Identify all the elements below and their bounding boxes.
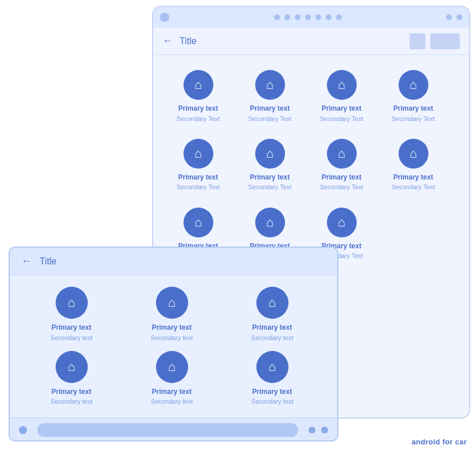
home-icon: ⌂	[68, 296, 75, 309]
bottom-dot-right-2	[321, 427, 328, 434]
status-dot-large	[160, 13, 169, 22]
bottom-dot-left	[19, 426, 27, 434]
home-icon: ⌂	[338, 79, 345, 91]
tablet-frame: ← Title ⌂ Primary text Secondary text ⌂ …	[9, 247, 338, 442]
home-icon: ⌂	[168, 361, 175, 373]
home-icon: ⌂	[268, 296, 276, 309]
home-icon-circle: ⌂	[327, 139, 357, 169]
item-secondary: Secondary Text	[177, 115, 220, 123]
phone-toolbar-button[interactable]	[430, 33, 460, 49]
home-icon: ⌂	[268, 361, 276, 373]
phone-grid-item-2-4[interactable]: ⌂ Primary text Secondary Text	[377, 133, 449, 197]
item-primary: Primary text	[178, 173, 218, 182]
status-dot-6	[326, 14, 331, 20]
tablet-title: Title	[40, 256, 57, 267]
tablet-back-arrow[interactable]: ←	[21, 255, 32, 267]
tablet-grid-row-1: ⌂ Primary text Secondary text ⌂ Primary …	[21, 282, 326, 346]
bottom-pill	[37, 423, 298, 437]
home-icon-circle: ⌂	[184, 139, 213, 169]
item-secondary: Secondary Text	[392, 183, 435, 191]
item-secondary: Secondary text	[151, 397, 193, 405]
status-dot-4	[305, 14, 311, 20]
status-dot-r1	[446, 14, 452, 20]
item-primary: Primary text	[252, 388, 292, 397]
bottom-dot-right-1	[309, 427, 315, 434]
status-dot-3	[295, 14, 301, 20]
tablet-home-icon-circle: ⌂	[256, 287, 288, 319]
home-icon-circle: ⌂	[255, 70, 285, 100]
item-secondary: Secondary text	[151, 334, 193, 342]
item-primary: Primary text	[152, 323, 192, 333]
phone-grid-row-2: ⌂ Primary text Secondary Text ⌂ Primary …	[162, 133, 460, 197]
item-secondary: Secondary Text	[177, 183, 220, 191]
item-secondary: Secondary Text	[248, 183, 292, 191]
tablet-bottom-bar	[10, 417, 337, 442]
tablet-grid-item-2-2[interactable]: ⌂ Primary text Secondary text	[122, 346, 222, 411]
phone-toolbar-icon[interactable]	[409, 33, 426, 49]
item-primary: Primary text	[322, 173, 361, 182]
tablet-home-icon-circle: ⌂	[56, 287, 88, 319]
tablet-home-icon-circle: ⌂	[56, 351, 88, 383]
item-secondary: Secondary Text	[320, 183, 364, 191]
item-primary: Primary text	[152, 388, 192, 397]
phone-grid-item-2-3[interactable]: ⌂ Primary text Secondary Text	[306, 133, 377, 197]
item-secondary: Secondary text	[251, 397, 293, 405]
home-icon: ⌂	[266, 147, 274, 160]
phone-toolbar-actions	[409, 33, 460, 49]
home-icon: ⌂	[68, 361, 75, 373]
status-dot-2	[284, 14, 290, 20]
item-secondary: Secondary text	[50, 397, 92, 405]
tablet-grid-item-2-1[interactable]: ⌂ Primary text Secondary text	[21, 346, 122, 411]
home-icon-circle: ⌂	[399, 70, 428, 100]
home-icon-circle: ⌂	[255, 139, 285, 169]
home-icon-circle: ⌂	[184, 208, 213, 237]
home-icon: ⌂	[194, 79, 202, 91]
item-primary: Primary text	[250, 173, 290, 182]
phone-grid-item-2-1[interactable]: ⌂ Primary text Secondary Text	[162, 133, 234, 197]
status-dot-7	[336, 14, 342, 20]
tablet-content: ⌂ Primary text Secondary text ⌂ Primary …	[10, 275, 337, 417]
item-primary: Primary text	[393, 173, 433, 182]
tablet-toolbar: ← Title	[10, 248, 337, 275]
android-label-text: android for car	[412, 438, 467, 446]
tablet-grid-item-1-2[interactable]: ⌂ Primary text Secondary text	[122, 282, 222, 346]
item-primary: Primary text	[322, 104, 361, 114]
tablet-grid-row-2: ⌂ Primary text Secondary text ⌂ Primary …	[21, 346, 326, 411]
item-primary: Primary text	[393, 104, 433, 114]
tablet-grid-item-1-3[interactable]: ⌂ Primary text Secondary text	[222, 282, 322, 346]
item-secondary: Secondary Text	[248, 115, 292, 123]
home-icon: ⌂	[266, 216, 274, 229]
phone-back-arrow[interactable]: ←	[162, 35, 173, 47]
home-icon: ⌂	[409, 79, 417, 91]
item-primary: Primary text	[52, 323, 91, 333]
home-icon: ⌂	[338, 147, 345, 160]
phone-grid-item-2-2[interactable]: ⌂ Primary text Secondary Text	[234, 133, 306, 197]
home-icon-circle: ⌂	[255, 208, 285, 237]
item-primary: Primary text	[178, 104, 218, 114]
status-dot-5	[315, 14, 321, 20]
home-icon: ⌂	[194, 216, 202, 229]
home-icon: ⌂	[409, 147, 417, 160]
phone-grid-item-1-1[interactable]: ⌂ Primary text Secondary Text	[162, 64, 234, 128]
home-icon-circle: ⌂	[184, 70, 213, 100]
item-secondary: Secondary Text	[392, 115, 435, 123]
home-icon: ⌂	[168, 296, 175, 309]
home-icon-circle: ⌂	[327, 208, 357, 237]
item-primary: Primary text	[252, 323, 292, 333]
home-icon-circle: ⌂	[327, 70, 357, 100]
item-primary: Primary text	[250, 104, 290, 114]
android-label: android for car	[412, 438, 467, 446]
item-secondary: Secondary Text	[320, 115, 364, 123]
item-secondary: Secondary text	[50, 334, 92, 342]
item-primary: Primary text	[52, 388, 91, 397]
phone-grid-row-1: ⌂ Primary text Secondary Text ⌂ Primary …	[162, 64, 460, 128]
phone-grid-item-1-4[interactable]: ⌂ Primary text Secondary Text	[377, 64, 449, 128]
item-secondary: Secondary text	[251, 334, 293, 342]
tablet-home-icon-circle: ⌂	[256, 351, 288, 383]
phone-grid-item-1-3[interactable]: ⌂ Primary text Secondary Text	[306, 64, 377, 128]
tablet-grid-item-2-3[interactable]: ⌂ Primary text Secondary text	[222, 346, 322, 411]
tablet-grid-item-1-1[interactable]: ⌂ Primary text Secondary text	[21, 282, 122, 346]
phone-title: Title	[180, 36, 197, 46]
home-icon: ⌂	[194, 147, 202, 160]
phone-grid-item-1-2[interactable]: ⌂ Primary text Secondary Text	[234, 64, 306, 128]
